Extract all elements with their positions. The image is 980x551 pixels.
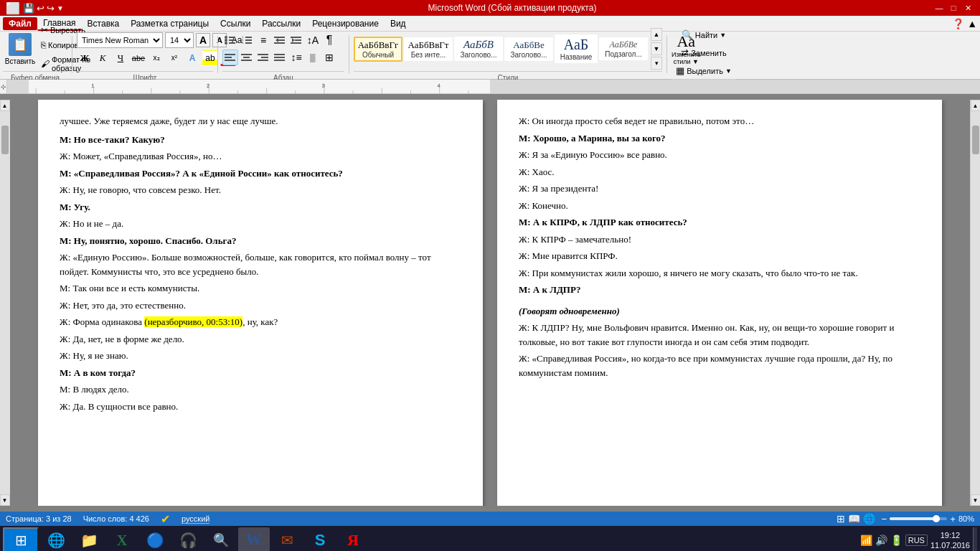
replace-icon: ⇄ xyxy=(681,47,689,58)
style-no-spacing-btn[interactable]: АаБбВвГт Без инте... xyxy=(404,37,453,61)
align-left-btn[interactable] xyxy=(222,50,238,65)
font-name-select[interactable]: Times New Roman xyxy=(77,32,163,48)
spell-check-icon: ✔ xyxy=(161,512,170,526)
line-spacing-btn[interactable]: ↕≡ xyxy=(288,50,304,65)
redo-qa-btn[interactable]: ↪ xyxy=(47,3,55,14)
bold-button[interactable]: Ж xyxy=(77,50,93,66)
page-layout-view-btn[interactable]: ⊞ xyxy=(837,513,845,524)
undo-qa-btn[interactable]: ↩ xyxy=(37,3,44,14)
qa-more-btn[interactable]: ▼ xyxy=(57,3,64,14)
doc-text: лучшее. Уже теряемся даже, будет ли у на… xyxy=(60,114,461,128)
network-icon[interactable]: 📶 xyxy=(860,534,872,546)
italic-button[interactable]: К xyxy=(95,50,110,66)
text-effects-button[interactable]: A xyxy=(184,50,200,66)
sort-btn[interactable]: ↕A xyxy=(305,32,321,48)
save-qa-btn[interactable]: 💾 xyxy=(23,3,34,14)
styles-scroll-up-btn[interactable]: ▲ xyxy=(651,28,662,41)
taskbar-ie[interactable]: 🌐 xyxy=(40,527,72,551)
doc-text: Ж: Но и не – да. xyxy=(60,217,461,231)
highlight-button[interactable]: ab xyxy=(202,50,218,66)
replace-button[interactable]: ⇄ Заменить xyxy=(676,44,731,61)
web-layout-btn[interactable]: 🌐 xyxy=(863,513,875,524)
style-normal-btn[interactable]: АаБбВвГг Обычный xyxy=(354,37,402,62)
close-btn[interactable]: ✕ xyxy=(961,2,974,14)
battery-icon[interactable]: 🔋 xyxy=(890,534,903,546)
v-scroll-down-right-btn[interactable]: ▼ xyxy=(971,494,981,506)
font-size-select[interactable]: 14 xyxy=(165,32,194,48)
styles-scroll-down-btn[interactable]: ▼ xyxy=(651,42,662,55)
document-page-right: Ж: Он иногда просто себя ведет не правил… xyxy=(497,100,942,506)
taskbar-excel[interactable]: X xyxy=(106,527,138,551)
svg-rect-21 xyxy=(225,57,232,58)
taskbar-search[interactable]: 🔍 xyxy=(205,527,237,551)
font-grow-btn[interactable]: A xyxy=(196,33,210,47)
taskbar-skype[interactable]: S xyxy=(304,527,336,551)
svg-rect-34 xyxy=(29,80,490,93)
paste-button[interactable]: 📋 Вставить xyxy=(3,28,37,70)
v-scroll-up-btn[interactable]: ▲ xyxy=(0,100,10,111)
taskbar-email[interactable]: ✉ xyxy=(271,527,303,551)
volume-icon[interactable]: 🔊 xyxy=(875,534,887,546)
taskbar-yandex[interactable]: Я xyxy=(337,527,369,551)
language-label[interactable]: русский xyxy=(182,514,209,524)
style-subtitle-btn[interactable]: АаБбВе Подзагол... xyxy=(599,37,648,60)
style-heading2-btn[interactable]: АаБбВе Заголово... xyxy=(504,37,553,61)
app4-icon: 🔵 xyxy=(146,532,164,549)
svg-marker-16 xyxy=(292,38,295,42)
taskbar-explorer[interactable]: 📁 xyxy=(73,527,105,551)
multilevel-btn[interactable]: ≡ xyxy=(255,32,271,48)
svg-text:3.: 3. xyxy=(242,41,244,44)
v-scroll-up-right-btn[interactable]: ▲ xyxy=(971,100,981,111)
email-icon: ✉ xyxy=(281,532,293,549)
maximize-btn[interactable]: □ xyxy=(947,2,960,14)
center-btn[interactable] xyxy=(239,50,255,65)
lang-indicator[interactable]: RUS xyxy=(905,534,928,546)
subscript-button[interactable]: x₂ xyxy=(149,50,164,66)
taskbar-word[interactable]: W xyxy=(238,527,270,551)
v-scrollbar-track[interactable] xyxy=(0,111,10,494)
style-title-btn[interactable]: АаБ Название xyxy=(555,34,598,63)
taskbar-app4[interactable]: 🔵 xyxy=(139,527,171,551)
svg-point-2 xyxy=(225,39,227,42)
select-button[interactable]: ▦ Выделить ▼ xyxy=(671,62,737,79)
align-right-btn[interactable] xyxy=(255,50,271,65)
style-heading1-btn[interactable]: АаБбВ Заголово... xyxy=(454,37,503,61)
decrease-indent-btn[interactable] xyxy=(272,32,288,48)
zoom-slider[interactable] xyxy=(890,517,947,520)
v-scroll-down-btn[interactable]: ▼ xyxy=(0,494,10,506)
doc-text-right: Ж: Я за президента! xyxy=(519,182,920,196)
ribbon-toggle-btn[interactable]: ▲ xyxy=(967,18,977,29)
doc-text: М: А в ком тогда? xyxy=(60,366,461,380)
copy-icon: ⎘ xyxy=(41,40,46,50)
explorer-icon: 📁 xyxy=(80,532,98,549)
svg-rect-24 xyxy=(243,57,250,58)
increase-indent-btn[interactable] xyxy=(288,32,304,48)
read-mode-btn[interactable]: 📖 xyxy=(848,513,860,524)
styles-expand-btn[interactable]: ▾ xyxy=(651,57,662,70)
borders-btn[interactable]: ⊞ xyxy=(321,50,337,65)
v-scroll-thumb[interactable] xyxy=(1,126,9,154)
show-marks-btn[interactable]: ¶ xyxy=(321,32,337,48)
v-scrollbar-right-track[interactable] xyxy=(971,111,981,494)
zoom-out-btn[interactable]: − xyxy=(881,514,887,524)
start-button[interactable]: ⊞ xyxy=(3,527,39,551)
bullets-btn[interactable] xyxy=(222,32,238,48)
v-scroll-right-thumb[interactable] xyxy=(972,126,979,154)
numbering-btn[interactable]: 1.2.3. xyxy=(239,32,255,48)
show-desktop-btn[interactable] xyxy=(973,527,977,551)
find-button[interactable]: 🔍 Найти ▼ xyxy=(677,27,731,43)
ruler-corner-btn[interactable]: ⊹ xyxy=(1,83,6,90)
underline-button[interactable]: Ч xyxy=(113,50,128,66)
justify-btn[interactable] xyxy=(272,50,288,65)
system-clock[interactable]: 19:12 11.07.2016 xyxy=(930,530,970,551)
minimize-btn[interactable]: — xyxy=(933,2,946,14)
shading-btn[interactable]: ▒ xyxy=(305,50,321,65)
doc-text: М: Но все-таки? Какую? xyxy=(60,133,461,147)
taskbar-headphones[interactable]: 🎧 xyxy=(172,527,204,551)
help-btn[interactable]: ❓ xyxy=(952,18,964,29)
select-icon: ▦ xyxy=(676,65,684,76)
page-info: Страница: 3 из 28 xyxy=(6,514,72,523)
superscript-button[interactable]: x² xyxy=(166,50,182,66)
strikethrough-button[interactable]: abe xyxy=(131,50,146,66)
zoom-in-btn[interactable]: + xyxy=(950,514,956,524)
